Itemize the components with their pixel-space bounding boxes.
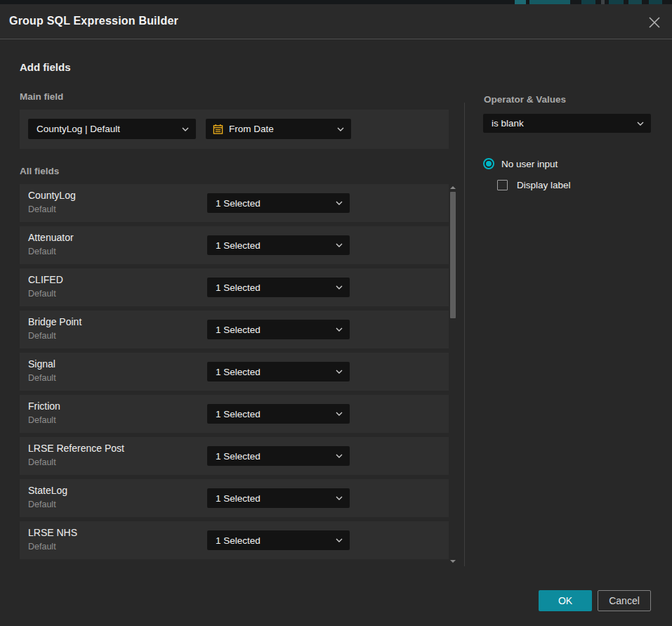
radio-button-icon — [483, 158, 494, 169]
field-subtype: Default — [28, 247, 56, 256]
chevron-down-icon — [336, 327, 343, 332]
field-subtype: Default — [28, 457, 56, 467]
field-row-countylog: CountyLog Default 1 Selected — [20, 184, 449, 222]
field-name: Signal — [28, 358, 55, 370]
field-subtype: Default — [28, 415, 56, 425]
no-user-input-radio[interactable]: No user input — [483, 157, 558, 170]
field-name: CountyLog — [28, 190, 76, 201]
dropdown-value: 1 Selected — [216, 493, 261, 504]
main-field-label: Main field — [20, 91, 63, 102]
layer-select-value: CountyLog | Default — [37, 124, 120, 134]
dropdown-value: 1 Selected — [216, 535, 261, 546]
field-name: CLIFED — [28, 274, 63, 285]
chevron-down-icon — [337, 127, 344, 131]
dropdown-value: 1 Selected — [216, 282, 261, 293]
field-subtype: Default — [28, 542, 56, 552]
field-name: Friction — [28, 400, 60, 412]
field-name: LRSE NHS — [28, 527, 77, 538]
field-selection-dropdown[interactable]: 1 Selected — [207, 404, 350, 424]
main-field-select-value: From Date — [229, 124, 274, 134]
chevron-down-icon — [336, 496, 343, 500]
close-button[interactable] — [643, 11, 666, 34]
main-field-box: CountyLog | Default From Date — [20, 110, 449, 149]
field-name: LRSE Reference Post — [28, 443, 124, 454]
radio-selected-dot — [486, 161, 492, 167]
field-selection-dropdown[interactable]: 1 Selected — [207, 488, 350, 508]
scrollbar-up-arrow-icon[interactable] — [450, 186, 456, 189]
field-row-clifed: CLIFED Default 1 Selected — [20, 268, 449, 306]
display-label-checkbox[interactable]: Display label — [497, 178, 571, 191]
field-row-bridge-point: Bridge Point Default 1 Selected — [20, 311, 449, 348]
field-subtype: Default — [28, 500, 56, 509]
operator-select-value: is blank — [492, 118, 524, 129]
scrollbar-down-arrow-icon[interactable] — [450, 560, 456, 563]
field-selection-dropdown[interactable]: 1 Selected — [207, 193, 350, 213]
layer-select-dropdown[interactable]: CountyLog | Default — [28, 119, 196, 139]
all-fields-label: All fields — [20, 166, 59, 176]
chevron-down-icon — [336, 538, 343, 542]
dropdown-value: 1 Selected — [216, 198, 261, 209]
radio-label: No user input — [501, 159, 558, 169]
field-row-lrse-reference-post: LRSE Reference Post Default 1 Selected — [20, 437, 449, 475]
close-icon — [647, 15, 661, 30]
field-subtype: Default — [28, 373, 56, 383]
field-subtype: Default — [28, 331, 56, 341]
checkbox-label: Display label — [517, 180, 571, 190]
field-subtype: Default — [28, 289, 56, 299]
add-fields-heading: Add fields — [20, 61, 71, 73]
panel-divider — [464, 103, 465, 566]
operator-select-dropdown[interactable]: is blank — [483, 114, 651, 133]
cancel-button[interactable]: Cancel — [598, 590, 651, 611]
chevron-down-icon — [336, 243, 343, 247]
chevron-down-icon — [336, 454, 343, 458]
chevron-down-icon — [182, 127, 189, 131]
field-row-statelog: StateLog Default 1 Selected — [20, 479, 449, 517]
chevron-down-icon — [336, 412, 343, 416]
dialog-header: Group SQL Expression Builder — [0, 4, 672, 39]
chevron-down-icon — [637, 122, 644, 126]
field-row-friction: Friction Default 1 Selected — [20, 395, 449, 433]
field-selection-dropdown[interactable]: 1 Selected — [207, 530, 350, 550]
field-subtype: Default — [28, 204, 56, 214]
dropdown-value: 1 Selected — [216, 367, 261, 377]
field-selection-dropdown[interactable]: 1 Selected — [207, 235, 350, 255]
dropdown-value: 1 Selected — [216, 451, 261, 462]
chevron-down-icon — [336, 201, 343, 205]
dropdown-value: 1 Selected — [216, 325, 261, 335]
dropdown-value: 1 Selected — [216, 240, 261, 251]
field-name: StateLog — [28, 485, 67, 496]
chevron-down-icon — [336, 285, 343, 289]
field-selection-dropdown[interactable]: 1 Selected — [207, 362, 350, 382]
checkbox-icon — [497, 180, 508, 190]
field-row-attenuator: Attenuator Default 1 Selected — [20, 226, 449, 264]
dropdown-value: 1 Selected — [216, 409, 261, 419]
field-selection-dropdown[interactable]: 1 Selected — [207, 446, 350, 466]
field-name: Bridge Point — [28, 316, 81, 327]
field-row-signal: Signal Default 1 Selected — [20, 353, 449, 391]
chevron-down-icon — [336, 370, 343, 374]
operator-values-heading: Operator & Values — [484, 94, 566, 105]
field-name: Attenuator — [28, 232, 74, 243]
calendar-date-icon — [213, 124, 223, 135]
group-sql-expression-builder-dialog: Group SQL Expression Builder Add fields … — [0, 4, 672, 626]
ok-button[interactable]: OK — [539, 590, 592, 611]
field-row-lrse-nhs: LRSE NHS Default 1 Selected — [20, 521, 449, 559]
field-selection-dropdown[interactable]: 1 Selected — [207, 320, 350, 339]
field-selection-dropdown[interactable]: 1 Selected — [207, 278, 350, 297]
scrollbar-thumb[interactable] — [450, 192, 456, 318]
dialog-title: Group SQL Expression Builder — [9, 15, 178, 27]
main-field-select-dropdown[interactable]: From Date — [206, 119, 351, 139]
